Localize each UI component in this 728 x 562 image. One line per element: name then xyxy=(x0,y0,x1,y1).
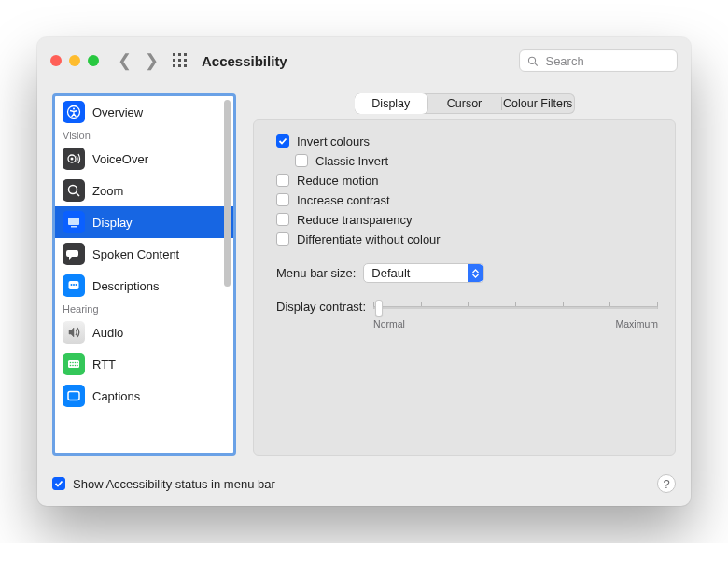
search-icon xyxy=(527,55,538,67)
svg-rect-3 xyxy=(173,59,175,62)
svg-rect-7 xyxy=(178,64,181,67)
sidebar-item-label: Zoom xyxy=(92,184,123,198)
zoom-icon xyxy=(63,179,85,202)
nav-arrows: ❮ ❯ xyxy=(118,50,159,71)
sidebar: Overview Vision VoiceOver Zoom xyxy=(52,93,236,456)
sidebar-item-descriptions[interactable]: Descriptions xyxy=(55,270,233,302)
show-status-checkbox[interactable] xyxy=(52,477,65,490)
differentiate-label: Differentiate without colour xyxy=(297,232,441,246)
svg-rect-23 xyxy=(68,360,79,368)
sidebar-item-label: Descriptions xyxy=(92,279,160,293)
audio-icon xyxy=(63,321,85,344)
popup-stepper-icon xyxy=(468,264,483,282)
captions-icon xyxy=(63,385,85,407)
spoken-content-icon xyxy=(63,243,85,265)
sidebar-section-vision: Vision xyxy=(55,128,233,143)
window-title: Accessibility xyxy=(202,53,287,69)
svg-point-14 xyxy=(71,158,74,161)
display-contrast-label: Display contrast: xyxy=(276,298,366,314)
svg-rect-1 xyxy=(178,53,181,56)
sidebar-item-display[interactable]: Display xyxy=(55,206,233,238)
svg-rect-32 xyxy=(68,392,79,400)
svg-rect-18 xyxy=(71,226,77,228)
footer: Show Accessibility status in menu bar ? xyxy=(37,465,691,506)
svg-rect-8 xyxy=(184,64,187,67)
classic-invert-checkbox[interactable] xyxy=(295,154,308,167)
svg-rect-17 xyxy=(68,218,79,225)
descriptions-icon xyxy=(63,274,85,297)
reduce-motion-label: Reduce motion xyxy=(297,174,378,188)
increase-contrast-label: Increase contrast xyxy=(297,193,390,207)
svg-rect-6 xyxy=(173,64,175,67)
svg-rect-4 xyxy=(178,59,181,62)
svg-point-25 xyxy=(72,362,74,364)
svg-point-24 xyxy=(70,362,72,364)
display-settings-group: Invert colours Classic Invert Reduce mot… xyxy=(253,119,676,456)
slider-thumb[interactable] xyxy=(375,300,383,316)
svg-rect-2 xyxy=(184,53,187,56)
sidebar-item-label: Spoken Content xyxy=(92,247,179,261)
svg-point-31 xyxy=(77,365,78,367)
svg-point-15 xyxy=(69,186,77,194)
menu-bar-size-popup[interactable]: Default xyxy=(363,263,484,283)
tab-display[interactable]: Display xyxy=(355,93,428,114)
back-button[interactable]: ❮ xyxy=(118,50,132,71)
menu-bar-size-value: Default xyxy=(371,266,410,280)
rtt-icon xyxy=(63,353,85,375)
sidebar-item-label: Captions xyxy=(92,389,140,403)
tab-cursor[interactable]: Cursor xyxy=(427,93,501,114)
svg-point-21 xyxy=(73,284,75,286)
settings-pane: Display Cursor Colour Filters Invert col… xyxy=(253,93,676,456)
svg-point-12 xyxy=(73,108,75,110)
invert-colours-label: Invert colours xyxy=(297,134,370,148)
svg-rect-5 xyxy=(184,59,187,62)
window-controls xyxy=(50,55,99,66)
increase-contrast-checkbox[interactable] xyxy=(276,193,289,206)
sidebar-item-audio[interactable]: Audio xyxy=(55,316,233,348)
sidebar-item-spoken-content[interactable]: Spoken Content xyxy=(55,238,233,270)
reduce-transparency-checkbox[interactable] xyxy=(276,213,289,226)
tab-group: Display Cursor Colour Filters xyxy=(355,93,575,114)
sidebar-item-label: VoiceOver xyxy=(92,152,148,166)
scrollbar-thumb[interactable] xyxy=(224,100,231,287)
sidebar-item-voiceover[interactable]: VoiceOver xyxy=(55,143,233,175)
minimize-window-button[interactable] xyxy=(69,55,80,66)
display-icon xyxy=(63,211,85,233)
svg-point-29 xyxy=(72,365,74,367)
sidebar-item-label: RTT xyxy=(92,358,116,372)
svg-point-27 xyxy=(77,362,78,364)
search-field[interactable] xyxy=(519,49,678,72)
svg-point-9 xyxy=(528,57,535,63)
sidebar-scrollbar[interactable] xyxy=(224,100,231,449)
menu-bar-size-label: Menu bar size: xyxy=(276,266,356,280)
close-window-button[interactable] xyxy=(50,55,62,66)
svg-point-26 xyxy=(75,362,77,364)
tab-colour-filters[interactable]: Colour Filters xyxy=(501,93,575,114)
sidebar-item-captions[interactable]: Captions xyxy=(55,380,233,412)
invert-colours-checkbox[interactable] xyxy=(276,134,289,148)
svg-point-30 xyxy=(75,365,77,367)
svg-point-20 xyxy=(71,284,73,286)
svg-line-16 xyxy=(77,193,80,197)
sidebar-item-rtt[interactable]: RTT xyxy=(55,348,233,380)
sidebar-item-zoom[interactable]: Zoom xyxy=(55,175,233,206)
content: Overview Vision VoiceOver Zoom xyxy=(37,84,691,465)
help-button[interactable]: ? xyxy=(657,474,676,493)
reduce-transparency-label: Reduce transparency xyxy=(297,213,413,227)
accessibility-icon xyxy=(63,101,85,123)
classic-invert-label: Classic Invert xyxy=(315,154,388,168)
sidebar-item-overview[interactable]: Overview xyxy=(55,96,233,128)
reduce-motion-checkbox[interactable] xyxy=(276,174,289,187)
show-status-label: Show Accessibility status in menu bar xyxy=(73,477,275,491)
display-contrast-slider[interactable] xyxy=(373,298,658,316)
sidebar-item-label: Display xyxy=(92,216,133,230)
forward-button[interactable]: ❯ xyxy=(145,50,159,71)
sidebar-item-label: Overview xyxy=(92,105,143,119)
differentiate-checkbox[interactable] xyxy=(276,232,289,246)
svg-line-10 xyxy=(535,63,538,65)
search-input[interactable] xyxy=(543,53,669,69)
svg-point-22 xyxy=(76,284,77,286)
sidebar-item-label: Audio xyxy=(92,326,123,340)
zoom-window-button[interactable] xyxy=(88,55,99,66)
show-all-icon[interactable] xyxy=(172,52,189,69)
